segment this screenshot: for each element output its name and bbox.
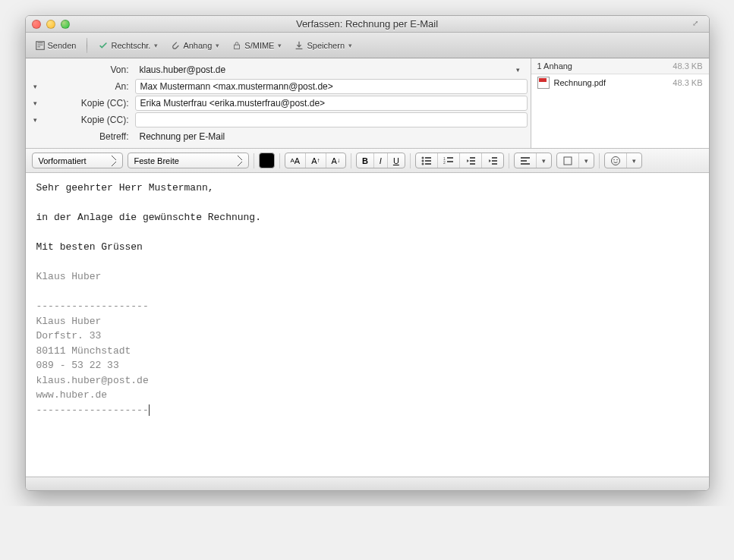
spellcheck-button[interactable]: Rechtschr. ▾ (93, 38, 162, 53)
attachments-panel: 1 Anhang 48.3 KB Rechnung.pdf 48.3 KB (531, 58, 709, 148)
list-group: 12 (415, 153, 504, 168)
attachment-item[interactable]: Rechnung.pdf 48.3 KB (531, 74, 709, 91)
signature-fullname: Klaus Huber (36, 316, 102, 327)
emoji-dropdown[interactable]: ▾ (627, 153, 641, 168)
italic-button[interactable]: I (374, 153, 388, 168)
separator (279, 153, 280, 168)
save-button[interactable]: Speichern ▾ (289, 38, 357, 53)
font-size-group: AA A↑ A↓ (285, 153, 346, 168)
body-line1: in der Anlage die gewünschte Rechnung. (36, 212, 261, 223)
svg-rect-9 (447, 157, 453, 159)
decrease-size-button[interactable]: AA (285, 153, 307, 168)
bold-button[interactable]: B (357, 153, 374, 168)
attachments-total-size: 48.3 KB (673, 61, 702, 71)
cc2-input[interactable] (135, 112, 528, 127)
attachments-count: 1 Anhang (537, 61, 573, 71)
indent-icon (487, 156, 498, 165)
insert-dropdown[interactable]: ▾ (579, 153, 594, 168)
to-label: An: (43, 81, 135, 92)
align-button[interactable] (515, 153, 537, 168)
increase-size-button[interactable]: A↑ (306, 153, 326, 168)
signature-sep: ------------------- (36, 300, 149, 312)
smiley-icon (610, 156, 621, 166)
smime-button[interactable]: S/MIME ▾ (227, 38, 286, 53)
insert-group: ▾ (556, 153, 594, 168)
chevron-down-icon[interactable]: ▾ (348, 42, 352, 49)
font-family-value: Feste Breite (134, 156, 179, 165)
outdent-icon (465, 156, 476, 165)
to-value: Max Mustermann <max.mustermann@post.de> (140, 81, 333, 92)
subject-row: Betreff: Rechnung per E-Mail (26, 128, 531, 145)
to-input[interactable]: Max Mustermann <max.mustermann@post.de> (135, 79, 528, 94)
chevron-down-icon: ▾ (584, 157, 588, 165)
send-button[interactable]: Senden (30, 38, 81, 53)
chevron-down-icon: ▾ (542, 157, 546, 165)
reset-size-button[interactable]: A↓ (326, 153, 345, 168)
separator (254, 153, 254, 168)
signature-phone: 089 - 53 22 33 (36, 360, 119, 371)
text-color-button[interactable] (259, 153, 275, 168)
expand-cc2-icon[interactable]: ▾ (29, 116, 43, 124)
window-title: Verfassen: Rechnung per E-Mail (26, 18, 709, 30)
chevron-down-icon[interactable]: ▾ (278, 42, 282, 49)
svg-point-4 (421, 159, 424, 162)
titlebar: Verfassen: Rechnung per E-Mail ⤢ (26, 16, 709, 33)
cc-label: Kopie (CC): (43, 98, 135, 109)
separator (410, 153, 411, 168)
attach-label: Anhang (183, 41, 212, 50)
svg-rect-21 (564, 157, 572, 165)
align-left-icon (520, 156, 531, 165)
signature-web: www.huber.de (36, 389, 108, 401)
indent-button[interactable] (482, 153, 503, 168)
compose-window: Verfassen: Rechnung per E-Mail ⤢ Senden … (25, 15, 710, 491)
message-body[interactable]: Sehr geehrter Herr Mustermann, in der An… (26, 173, 709, 477)
underline-button[interactable]: U (388, 153, 405, 168)
toolbar: Senden Rechtschr. ▾ Anhang ▾ S/MIME ▾ (26, 33, 709, 58)
svg-rect-19 (521, 160, 527, 162)
align-group: ▾ (514, 153, 552, 168)
emoji-button[interactable] (605, 153, 627, 168)
cc2-label: Kopie (CC): (43, 115, 135, 125)
expand-to-icon[interactable]: ▾ (29, 83, 43, 90)
svg-point-22 (611, 156, 619, 165)
send-label: Senden (48, 41, 77, 50)
signature-city: 80111 Münchstadt (36, 345, 131, 357)
svg-point-6 (421, 162, 424, 165)
numbered-list-button[interactable]: 12 (438, 153, 460, 168)
subject-label: Betreff: (43, 131, 135, 142)
signature-name: Klaus Huber (36, 271, 102, 282)
attach-button[interactable]: Anhang ▾ (165, 38, 224, 53)
chevron-down-icon[interactable]: ▾ (154, 42, 158, 49)
paragraph-style-select[interactable]: Vorformatiert (32, 153, 123, 168)
svg-rect-1 (235, 45, 240, 49)
pdf-icon (537, 77, 550, 89)
signature-sep2: ------------------- (36, 404, 149, 416)
cc-input[interactable]: Erika Musterfrau <erika.musterfrau@post.… (135, 96, 528, 111)
statusbar (26, 477, 709, 490)
spellcheck-label: Rechtschr. (111, 41, 150, 50)
chevron-down-icon: ▾ (632, 157, 636, 165)
from-label: Von: (43, 64, 135, 75)
svg-point-24 (616, 159, 618, 160)
toolbar-separator (87, 38, 87, 53)
from-row: Von: klaus.huber@post.de ▾ (26, 61, 531, 78)
svg-rect-5 (425, 160, 431, 162)
subject-input[interactable]: Rechnung per E-Mail (135, 129, 528, 144)
smime-label: S/MIME (244, 41, 274, 50)
from-select[interactable]: klaus.huber@post.de ▾ (135, 62, 528, 77)
subject-value: Rechnung per E-Mail (140, 131, 225, 142)
bullet-list-icon (421, 156, 432, 165)
align-dropdown[interactable]: ▾ (537, 153, 551, 168)
cc2-row: ▾ Kopie (CC): (26, 112, 531, 128)
svg-text:2: 2 (443, 160, 446, 165)
font-family-select[interactable]: Feste Breite (128, 153, 249, 168)
cc-row: ▾ Kopie (CC): Erika Musterfrau <erika.mu… (26, 95, 531, 112)
from-value: klaus.huber@post.de (140, 64, 226, 75)
outdent-button[interactable] (460, 153, 482, 168)
insert-button[interactable] (557, 153, 579, 168)
bullet-list-button[interactable] (416, 153, 438, 168)
svg-rect-16 (492, 160, 497, 162)
signature-street: Dorfstr. 33 (36, 330, 102, 341)
expand-cc-icon[interactable]: ▾ (29, 99, 43, 107)
chevron-down-icon[interactable]: ▾ (216, 42, 219, 49)
